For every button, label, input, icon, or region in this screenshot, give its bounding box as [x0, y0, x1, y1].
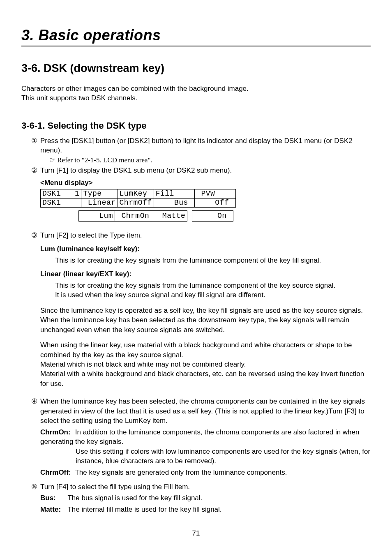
lcd-cell: Matte [151, 211, 187, 222]
step-2-text: Turn [F1] to display the DSK1 sub menu (… [40, 166, 232, 174]
intro-line-2: This unit supports two DSK channels. [21, 94, 138, 102]
note-paragraph-1: Since the luminance key is operated as a… [21, 306, 371, 335]
step-number-4: ④ [31, 397, 40, 406]
page: 3. Basic operations 3-6. DSK (downstream… [0, 0, 392, 514]
lum-heading: Lum (luminance key/self key): [21, 244, 371, 254]
lcd-cell: DSK1 1 [41, 189, 81, 199]
step-2: ② Turn [F1] to display the DSK1 sub menu… [21, 166, 371, 175]
lcd-row-values: DSK1 Linear ChrmOff Bus Off [41, 199, 236, 208]
lcd-cell: Off [195, 199, 235, 208]
step-number-2: ② [31, 166, 40, 175]
note-line-a: When using the linear key, use material … [40, 341, 352, 358]
step-number-3: ③ [31, 231, 40, 240]
step-3: ③ Turn [F2] to select the Type item. [21, 231, 371, 240]
bus-value: The bus signal is used for the key fill … [67, 494, 202, 502]
lcd-cell: Bus [154, 199, 194, 208]
subsection-heading: 3-6-1. Selecting the DSK type [21, 120, 371, 131]
step-1-text: Press the [DSK1] button (or [DSK2] butto… [40, 137, 353, 154]
step-1: ① Press the [DSK1] button (or [DSK2] but… [21, 136, 371, 165]
lcd-cell: On [192, 211, 233, 222]
linear-body-1: This is for creating the key signals fro… [55, 282, 335, 289]
lcd-spacer [40, 211, 79, 222]
step-number-1: ① [31, 136, 40, 145]
steps-list: ① Press the [DSK1] button (or [DSK2] but… [21, 136, 371, 514]
linear-body-2: It is used when the key source signal an… [55, 291, 265, 299]
bus-key: Bus: [40, 493, 66, 503]
note-line-c: Material with a white background and bla… [40, 370, 364, 387]
matte-key: Matte: [40, 505, 66, 514]
chrmon-key: ChrmOn: [40, 427, 73, 437]
step-3-text: Turn [F2] to select the Type item. [40, 231, 142, 239]
lum-body: This is for creating the key signals fro… [21, 256, 371, 265]
lcd-row-options: Lum ChrmOn Matte On [40, 211, 233, 222]
lcd-cell: Linear [81, 199, 118, 208]
section-heading: 3-6. DSK (downstream key) [21, 62, 371, 75]
lcd-spacer [187, 211, 192, 222]
matte-row: Matte: The internal fill matte is used f… [21, 505, 371, 514]
lcd-cell: LumKey [118, 189, 154, 199]
lcd-row-header: DSK1 1 Type LumKey Fill PVW [41, 189, 236, 199]
linear-body: This is for creating the key signals fro… [21, 281, 371, 300]
lcd-cell: Lum [79, 211, 115, 222]
chrmoff-key: ChrmOff: [40, 468, 73, 477]
step-4: ④ When the luminance key has been select… [21, 397, 371, 425]
intro-paragraph: Characters or other images can be combin… [21, 84, 371, 103]
reference-line: ☞ Refer to "2-1-5. LCD menu area". [40, 156, 152, 164]
note-line-b: Material which is not black and white ma… [40, 360, 246, 368]
lcd-cell: DSK1 [41, 199, 81, 208]
linear-heading: Linear (linear key/EXT key): [21, 269, 371, 279]
chrmon-row: ChrmOn: In addition to the luminance com… [21, 427, 371, 447]
lcd-cell: PVW [195, 189, 235, 199]
bus-row: Bus: The bus signal is used for the key … [21, 493, 371, 503]
reference-text: Refer to "2-1-5. LCD menu area". [55, 156, 152, 164]
chrmon-value-2: Use this setting if colors with low lumi… [21, 447, 371, 466]
lcd-cell: ChrmOff [118, 199, 154, 208]
intro-line-1: Characters or other images can be combin… [21, 85, 249, 92]
chapter-title: 3. Basic operations [21, 27, 371, 46]
pointing-hand-icon: ☞ [49, 156, 55, 164]
chrmoff-value: The key signals are generated only from … [75, 469, 287, 476]
lcd-options-table: Lum ChrmOn Matte On [40, 210, 233, 222]
step-5-text: Turn [F4] to select the fill type using … [40, 483, 190, 491]
lcd-menu-table: DSK1 1 Type LumKey Fill PVW DSK1 Linear … [40, 189, 236, 208]
menu-display-label: <Menu display> [21, 178, 371, 187]
chrmoff-row: ChrmOff: The key signals are generated o… [21, 468, 371, 477]
lcd-cell: Type [81, 189, 118, 199]
lcd-cell: ChrmOn [115, 211, 151, 222]
note-paragraph-2: When using the linear key, use material … [21, 340, 371, 388]
page-number: 71 [0, 529, 392, 538]
step-4-text: When the luminance key has been selected… [40, 397, 365, 425]
chrmon-value-1: In addition to the luminance components,… [40, 428, 359, 446]
matte-value: The internal fill matte is used for the … [67, 506, 221, 513]
lcd-cell: Fill [154, 189, 194, 199]
step-5: ⑤ Turn [F4] to select the fill type usin… [21, 482, 371, 492]
step-number-5: ⑤ [31, 482, 40, 492]
